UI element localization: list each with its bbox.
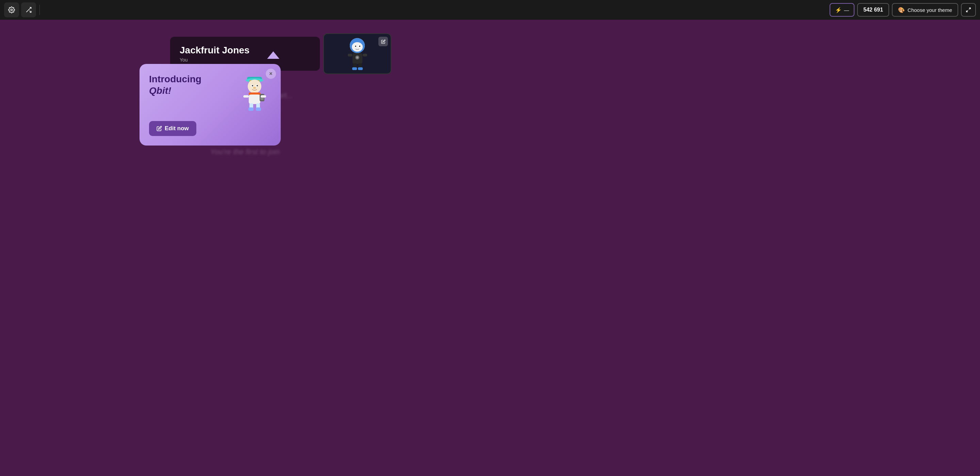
svg-point-30 [256,85,258,86]
character-name: Qbit! [149,85,171,96]
player-name: Jackfruit Jones [180,45,250,56]
shuffle-icon [25,6,32,13]
svg-point-12 [359,46,360,47]
svg-rect-37 [243,95,249,98]
avatar-edit-button[interactable] [379,37,388,46]
svg-rect-34 [249,95,260,104]
player-info: Jackfruit Jones You [180,45,250,63]
navbar: ⚡ — 542 691 🎨 Choose your theme [0,0,490,20]
popup-arrow [267,51,279,59]
svg-rect-38 [261,95,266,98]
popup-content: Introducing Qbit! [149,73,272,114]
svg-point-29 [252,85,253,86]
svg-point-8 [352,42,363,52]
svg-rect-31 [253,87,256,89]
edit-now-button[interactable]: Edit now [149,121,196,136]
first-to-join-text: You're the first to join [210,148,280,156]
svg-point-15 [356,56,358,59]
nav-divider [40,5,40,15]
svg-rect-42 [256,108,261,111]
svg-rect-41 [248,108,253,111]
popup-text: Introducing Qbit! [149,73,202,96]
qbit-character [239,73,272,114]
svg-rect-21 [358,67,363,70]
intro-text: Introducing [149,74,202,84]
edit-icon [156,126,162,131]
shuffle-button[interactable] [21,2,36,17]
edit-now-label: Edit now [165,125,189,132]
pencil-icon [381,40,385,44]
svg-rect-16 [348,54,352,56]
qbit-figure [239,73,271,114]
avatar-card [323,33,391,74]
settings-icon [8,6,15,13]
intro-popup: × Introducing Qbit! [140,64,281,146]
svg-point-11 [355,46,356,47]
robot-avatar [343,36,372,72]
settings-button[interactable] [4,2,19,17]
you-label: You [180,57,250,63]
svg-rect-17 [363,54,367,56]
main-content: Jackfruit Jones You [0,20,490,238]
svg-point-0 [11,9,13,11]
svg-rect-20 [352,67,357,70]
svg-point-26 [248,79,261,93]
